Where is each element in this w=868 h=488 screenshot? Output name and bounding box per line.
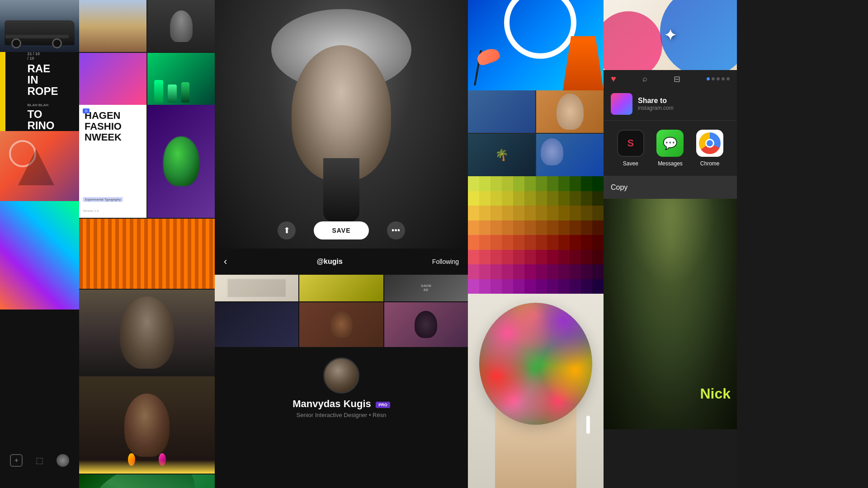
color-swatch [468, 176, 479, 191]
man-portrait-image[interactable] [79, 290, 215, 375]
copy-button[interactable]: Copy [604, 176, 737, 199]
leaf-image[interactable] [79, 474, 215, 488]
profile-thumb-5[interactable] [299, 302, 383, 347]
color-swatch [491, 206, 502, 221]
following-button[interactable]: Following [432, 258, 459, 265]
abstract-blue-image[interactable] [468, 0, 604, 90]
color-swatch [592, 250, 604, 265]
profile-section: ‹ @kugis Following SAVMEE [215, 249, 468, 488]
popup-search-icon[interactable]: ⌕ [642, 74, 647, 84]
experimental-label: Experimental Typography [83, 197, 123, 202]
color-swatch [547, 176, 558, 191]
color-swatch [479, 279, 491, 294]
nick-name-label: Nick [700, 385, 731, 402]
color-swatch [581, 264, 592, 279]
share-app-chrome[interactable]: Chrome [696, 130, 723, 167]
top-grid [79, 0, 215, 104]
man-hat-image[interactable] [147, 0, 215, 52]
flowers-image[interactable] [468, 294, 604, 488]
color-swatch [502, 264, 513, 279]
share-app-savee[interactable]: S Savee [617, 130, 644, 167]
color-swatch [570, 206, 581, 221]
color-swatch [547, 250, 558, 265]
gradient1-image[interactable] [79, 53, 146, 105]
add-button[interactable]: + [10, 454, 23, 467]
profile-thumbnails: SAVMEE [215, 275, 468, 347]
dot-3 [722, 77, 725, 80]
color-swatch [513, 264, 524, 279]
color-swatch [502, 221, 513, 235]
profile-thumb-1[interactable] [215, 275, 298, 301]
column-4: 🌴 [468, 0, 604, 488]
color-grid [468, 176, 604, 294]
color-swatch [491, 250, 502, 265]
orange-stripes-image[interactable] [79, 219, 215, 289]
color-swatch [502, 250, 513, 265]
column-1: 21 / 10 / 10 RAEINROPEBLAH BLAHTORINO + … [0, 0, 79, 488]
popup-filter-icon[interactable]: ⊟ [674, 74, 680, 84]
color-swatch [513, 279, 524, 294]
color-swatch [479, 206, 491, 221]
bottles-image[interactable] [147, 53, 215, 105]
color-swatch [558, 279, 570, 294]
color-swatch [524, 235, 536, 250]
main-portrait-image: ⬆ SAVE ••• [215, 0, 468, 249]
profile-avatar-image [323, 357, 359, 394]
woman-earring-image[interactable] [79, 376, 215, 474]
color-swatch [524, 279, 536, 294]
profile-thumb-6[interactable] [384, 302, 468, 347]
profile-thumb-4[interactable] [215, 302, 298, 347]
color-swatch [547, 221, 558, 235]
fashion-week-image[interactable]: HAGEN FASHIO NWEEK Experimental Typograp… [79, 105, 215, 218]
color-swatch [502, 176, 513, 191]
color-swatch [570, 279, 581, 294]
typography-image: 21 / 10 / 10 RAEINROPEBLAH BLAHTORINO [0, 52, 79, 131]
desert-image[interactable] [79, 0, 146, 52]
color-swatch [502, 206, 513, 221]
profile-username: @kugis [316, 258, 342, 266]
color-swatch [513, 176, 524, 191]
color-swatch [536, 176, 547, 191]
color-swatch [468, 235, 479, 250]
color-swatch [491, 176, 502, 191]
color-swatch [468, 221, 479, 235]
color-swatch [592, 191, 604, 206]
save-button[interactable]: SAVE [314, 221, 368, 239]
color-swatch [502, 235, 513, 250]
version-label: Version 1.0 [83, 209, 99, 212]
color-palette [468, 176, 604, 294]
color-swatch [592, 264, 604, 279]
profile-thumb-2[interactable] [299, 275, 383, 301]
color-swatch [558, 176, 570, 191]
color-swatch [536, 264, 547, 279]
gradient-abstract-image [0, 201, 79, 310]
photo-collage-image[interactable]: 🌴 [468, 90, 604, 176]
share-thumbnail [611, 93, 632, 115]
color-swatch [468, 206, 479, 221]
popup-heart-icon[interactable]: ♥ [611, 74, 616, 84]
color-swatch [570, 264, 581, 279]
color-swatch [468, 264, 479, 279]
share-icon[interactable]: ⬚ [36, 455, 43, 465]
color-swatch [536, 206, 547, 221]
share-domain: instagram.com [638, 105, 674, 111]
color-swatch [581, 191, 592, 206]
share-popup: ♥ ⌕ ⊟ Share to instagram.com [604, 70, 737, 199]
color-swatch [479, 176, 491, 191]
typography-text: 21 / 10 / 10 RAEINROPEBLAH BLAHTORINO [16, 52, 62, 131]
share-icon-button[interactable]: ⬆ [278, 221, 296, 239]
color-swatch [491, 279, 502, 294]
color-swatch [558, 221, 570, 235]
user-avatar[interactable] [57, 454, 69, 467]
color-swatch [479, 221, 491, 235]
suv-image[interactable] [0, 0, 79, 52]
back-button[interactable]: ‹ [224, 256, 227, 267]
share-app-messages[interactable]: 💬 Messages [656, 130, 684, 167]
collab-top-image[interactable]: ✦ [604, 0, 737, 70]
fashion-text-panel: HAGEN FASHIO NWEEK Experimental Typograp… [79, 105, 146, 218]
color-swatch [479, 235, 491, 250]
color-swatch [581, 206, 592, 221]
profile-thumb-3[interactable]: SAVMEE [384, 275, 468, 301]
main-grid: 21 / 10 / 10 RAEINROPEBLAH BLAHTORINO + … [0, 0, 868, 488]
more-options-button[interactable]: ••• [387, 221, 405, 239]
